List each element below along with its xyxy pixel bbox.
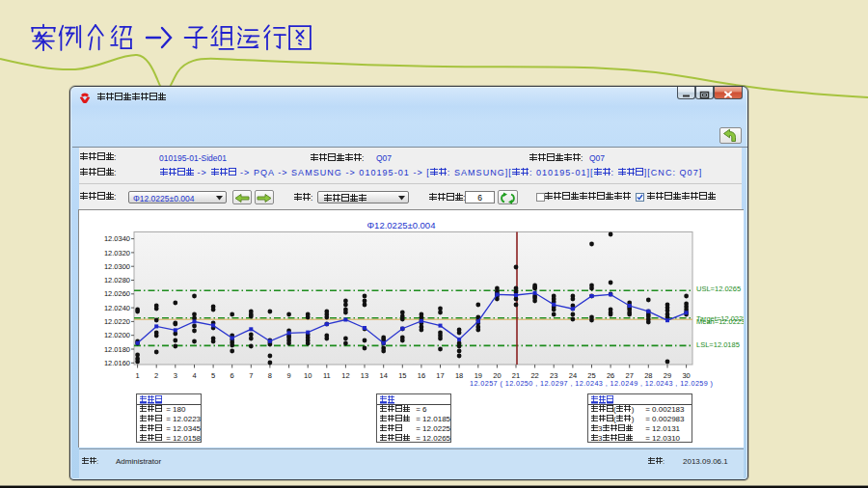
svg-text:10: 10 <box>304 371 312 380</box>
svg-text:12: 12 <box>341 371 349 380</box>
svg-text:14: 14 <box>380 371 388 380</box>
svg-text:USL=12.0265: USL=12.0265 <box>696 285 741 293</box>
svg-text:15: 15 <box>398 371 406 380</box>
svg-text:12.0340: 12.0340 <box>104 234 130 243</box>
svg-text:8: 8 <box>268 371 272 380</box>
svg-text:7: 7 <box>249 371 253 380</box>
svg-text:12.0240: 12.0240 <box>104 304 130 312</box>
svg-text:3: 3 <box>174 371 177 380</box>
svg-text:5: 5 <box>211 371 215 380</box>
svg-text:12.0160: 12.0160 <box>104 359 130 367</box>
svg-text:2: 2 <box>154 371 158 380</box>
svg-text:12.0260: 12.0260 <box>104 289 130 298</box>
svg-text:6: 6 <box>231 371 234 380</box>
svg-text:12.0257 ( 12.0250 , 12.0297 ,: 12.0257 ( 12.0250 , 12.0297 , 12.0243 , … <box>470 379 713 388</box>
svg-text:12.0300: 12.0300 <box>104 262 130 271</box>
svg-text:16: 16 <box>418 371 425 380</box>
svg-text:4: 4 <box>192 371 196 380</box>
svg-text:LSL=12.0185: LSL=12.0185 <box>696 340 740 349</box>
svg-text:12.0280: 12.0280 <box>104 276 130 285</box>
svg-text:13: 13 <box>361 371 368 380</box>
svg-text:9: 9 <box>287 371 291 380</box>
svg-text:1: 1 <box>136 371 140 380</box>
svg-text:18: 18 <box>455 371 463 380</box>
svg-text:12.0220: 12.0220 <box>104 317 130 326</box>
svg-text:11: 11 <box>323 371 331 380</box>
svg-text:12.0200: 12.0200 <box>104 331 130 339</box>
svg-text:Φ12.0225±0.004: Φ12.0225±0.004 <box>367 220 436 230</box>
svg-text:12.0320: 12.0320 <box>104 249 130 258</box>
svg-text:17: 17 <box>436 371 444 380</box>
svg-text:Mean=12.0223: Mean=12.0223 <box>696 317 744 326</box>
svg-text:12.0180: 12.0180 <box>104 345 130 354</box>
